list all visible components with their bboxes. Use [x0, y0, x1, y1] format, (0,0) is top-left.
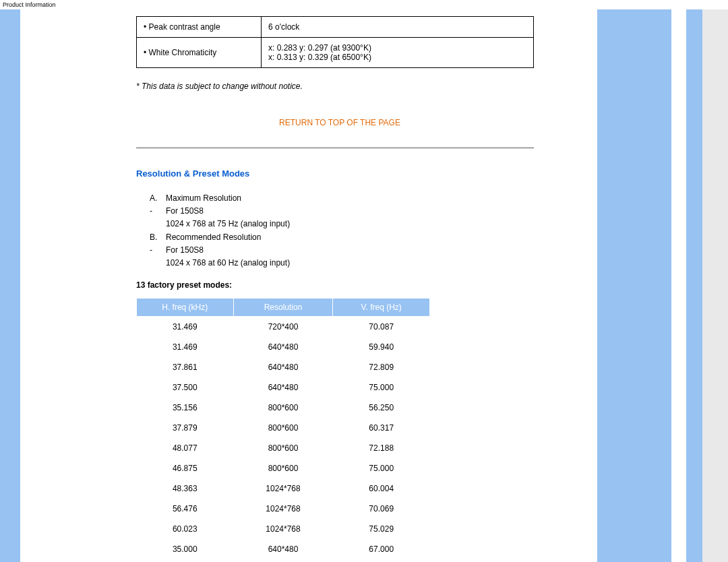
list-item: 1024 x 768 at 60 Hz (analog input)	[150, 257, 543, 270]
table-cell: 832*624	[233, 559, 333, 562]
table-cell: 48.077	[137, 438, 234, 458]
right-stripe-1	[597, 9, 671, 562]
table-row: 35.000640*48067.000	[137, 539, 430, 559]
spec-label: • White Chromaticity	[137, 38, 262, 68]
list-text: Maximum Resolution	[166, 192, 241, 205]
spec-table: • Peak contrast angle6 o'clock• White Ch…	[136, 16, 534, 68]
list-marker: -	[150, 205, 166, 218]
table-cell: 1024*768	[233, 499, 333, 519]
table-cell: 1024*768	[233, 478, 333, 499]
table-cell: 60.317	[333, 418, 430, 438]
table-cell: 720*400	[233, 317, 333, 338]
right-stripe-2	[686, 9, 702, 562]
spec-label: • Peak contrast angle	[137, 17, 262, 38]
right-end-gutter	[702, 9, 728, 562]
main-content: • Peak contrast angle6 o'clock• White Ch…	[136, 9, 570, 562]
right-gap-2	[671, 9, 686, 562]
spec-value: 6 o'clock	[262, 17, 534, 38]
col-resolution: Resolution	[233, 299, 333, 317]
table-row: 37.500640*48075.000	[137, 377, 430, 398]
footnote-text: * This data is subject to change without…	[136, 82, 543, 91]
return-to-top-link[interactable]: RETURN TO TOP OF THE PAGE	[279, 118, 400, 127]
table-row: 48.3631024*76860.004	[137, 478, 430, 499]
table-cell: 800*600	[233, 398, 333, 418]
table-cell: 60.004	[333, 478, 430, 499]
table-cell: 75.000	[333, 559, 430, 562]
list-text: Recommended Resolution	[166, 231, 261, 244]
list-text: 1024 x 768 at 75 Hz (analog input)	[166, 218, 290, 230]
table-row: 49.700832*62475.000	[137, 559, 430, 562]
table-cell: 37.879	[137, 418, 234, 438]
left-stripe	[0, 9, 20, 562]
table-cell: 640*480	[233, 377, 333, 398]
table-row: 31.469720*40070.087	[137, 317, 430, 338]
table-cell: 67.000	[333, 539, 430, 559]
table-cell: 75.029	[333, 519, 430, 539]
list-text: 1024 x 768 at 60 Hz (analog input)	[166, 257, 290, 270]
table-cell: 75.000	[333, 377, 430, 398]
list-text: For 150S8	[166, 205, 204, 218]
resolution-list: A.Maximum Resolution-For 150S81024 x 768…	[150, 192, 543, 270]
table-row: 56.4761024*76870.069	[137, 499, 430, 519]
table-cell: 72.188	[333, 438, 430, 458]
spec-value: x: 0.283 y: 0.297 (at 9300°K)x: 0.313 y:…	[262, 38, 534, 68]
table-row: 60.0231024*76875.029	[137, 519, 430, 539]
list-item: -For 150S8	[150, 244, 543, 257]
table-cell: 31.469	[137, 317, 234, 338]
page-header: Product Information	[0, 0, 728, 9]
preset-modes-label: 13 factory preset modes:	[136, 280, 543, 290]
table-cell: 56.250	[333, 398, 430, 418]
table-cell: 1024*768	[233, 519, 333, 539]
table-cell: 31.469	[137, 337, 234, 357]
table-cell: 800*600	[233, 438, 333, 458]
table-cell: 800*600	[233, 418, 333, 438]
preset-modes-table: H. freq (kHz) Resolution V. freq (Hz) 31…	[136, 298, 430, 562]
table-cell: 35.156	[137, 398, 234, 418]
table-cell: 70.087	[333, 317, 430, 338]
table-cell: 35.000	[137, 539, 234, 559]
list-text: For 150S8	[166, 244, 204, 257]
page-layout: • Peak contrast angle6 o'clock• White Ch…	[0, 9, 728, 562]
table-cell: 640*480	[233, 539, 333, 559]
col-h-freq: H. freq (kHz)	[137, 299, 234, 317]
return-link-wrap: RETURN TO TOP OF THE PAGE	[136, 118, 543, 127]
table-cell: 49.700	[137, 559, 234, 562]
table-row: 46.875800*60075.000	[137, 458, 430, 478]
table-row: 48.077800*60072.188	[137, 438, 430, 458]
section-divider	[136, 148, 534, 148]
section-heading: Resolution & Preset Modes	[136, 168, 543, 179]
list-item: B.Recommended Resolution	[150, 231, 543, 244]
table-row: 31.469640*48059.940	[137, 337, 430, 357]
table-cell: 37.861	[137, 357, 234, 377]
col-v-freq: V. freq (Hz)	[333, 299, 430, 317]
table-cell: 59.940	[333, 337, 430, 357]
table-cell: 70.069	[333, 499, 430, 519]
list-marker: B.	[150, 231, 166, 244]
table-cell: 60.023	[137, 519, 234, 539]
left-sidebar-space	[28, 9, 136, 562]
list-marker	[150, 257, 166, 270]
table-cell: 640*480	[233, 357, 333, 377]
list-marker: A.	[150, 192, 166, 205]
right-gap	[570, 9, 597, 562]
left-gap	[20, 9, 28, 562]
table-cell: 800*600	[233, 458, 333, 478]
table-cell: 37.500	[137, 377, 234, 398]
table-cell: 46.875	[137, 458, 234, 478]
list-marker	[150, 218, 166, 230]
table-cell: 48.363	[137, 478, 234, 499]
table-row: 37.879800*60060.317	[137, 418, 430, 438]
table-row: 37.861640*48072.809	[137, 357, 430, 377]
table-cell: 75.000	[333, 458, 430, 478]
table-row: 35.156800*60056.250	[137, 398, 430, 418]
list-item: A.Maximum Resolution	[150, 192, 543, 205]
list-item: 1024 x 768 at 75 Hz (analog input)	[150, 218, 543, 230]
table-cell: 640*480	[233, 337, 333, 357]
table-cell: 72.809	[333, 357, 430, 377]
list-item: -For 150S8	[150, 205, 543, 218]
list-marker: -	[150, 244, 166, 257]
table-cell: 56.476	[137, 499, 234, 519]
